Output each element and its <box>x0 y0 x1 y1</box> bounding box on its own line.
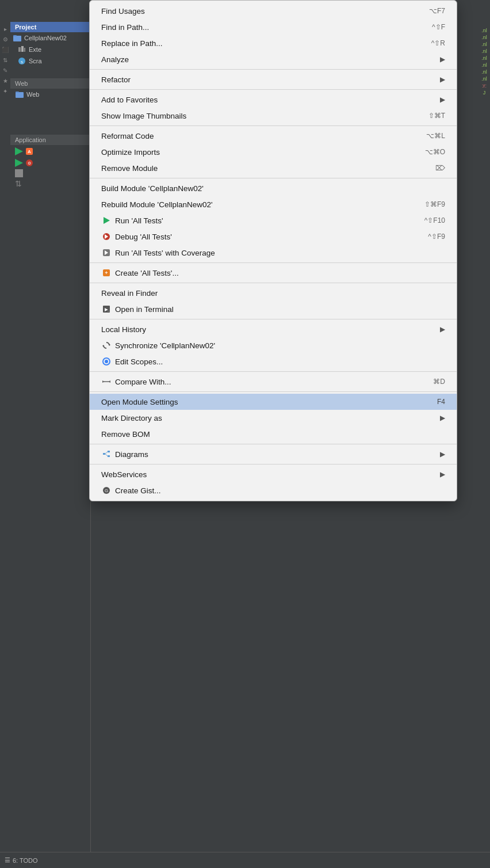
edit-scopes-label: Edit Scopes... <box>115 357 445 366</box>
web-header: Web <box>10 78 90 89</box>
run-config-item[interactable]: A <box>10 145 90 158</box>
svg-line-32 <box>105 452 108 454</box>
create-gist-label: Create Gist... <box>115 486 445 495</box>
menu-item-mark-directory[interactable]: Mark Directory as ▶ <box>90 410 457 426</box>
menu-item-debug-tests[interactable]: Debug 'All Tests' ^⇧F9 <box>90 229 457 245</box>
tool-btn-4[interactable]: ⇅ <box>1 55 10 64</box>
svg-rect-3 <box>21 46 24 52</box>
menu-item-open-module-settings[interactable]: Open Module Settings F4 <box>90 394 457 410</box>
menu-item-find-usages[interactable]: Find Usages ⌥F7 <box>90 3 457 19</box>
mark-directory-label: Mark Directory as <box>101 414 435 422</box>
right-label-8: .nl <box>481 76 487 82</box>
menu-item-reveal-finder[interactable]: Reveal in Finder <box>90 285 457 301</box>
svg-rect-8 <box>16 92 19 93</box>
local-history-label: Local History <box>101 325 435 334</box>
tool-buttons: ▸ ⚙ ⬛ ⇅ ✎ ★ ✦ <box>0 22 10 852</box>
tool-btn-7[interactable]: ✦ <box>1 86 10 96</box>
optimize-imports-label: Optimize Imports <box>101 148 414 157</box>
menu-item-run-tests[interactable]: Run 'All Tests' ^⇧F10 <box>90 212 457 229</box>
menu-item-local-history[interactable]: Local History ▶ <box>90 321 457 337</box>
menu-item-refactor[interactable]: Refactor ▶ <box>90 71 457 87</box>
menu-item-create-gist[interactable]: G Create Gist... <box>90 482 457 498</box>
menu-item-build-module[interactable]: Build Module 'CellplanNew02' <box>90 180 457 196</box>
reformat-code-shortcut: ⌥⌘L <box>426 132 445 140</box>
menu-item-remove-bom[interactable]: Remove BOM <box>90 426 457 442</box>
add-favorites-arrow: ▶ <box>440 96 445 104</box>
menu-item-add-favorites[interactable]: Add to Favorites ▶ <box>90 92 457 108</box>
transfer-item[interactable]: ⇅ <box>10 178 90 189</box>
run-tests-shortcut: ^⇧F10 <box>424 216 445 224</box>
svg-rect-30 <box>108 451 110 452</box>
separator-4 <box>90 178 457 178</box>
app-section: Application A ⚙ ⇅ <box>10 135 90 189</box>
todo-label: 6: TODO <box>13 857 38 864</box>
tool-btn-1[interactable]: ▸ <box>1 24 10 33</box>
open-module-settings-label: Open Module Settings <box>101 398 426 406</box>
transfer-icon: ⇅ <box>15 180 23 188</box>
compare-icon <box>101 376 112 387</box>
menu-item-reformat-code[interactable]: Reformat Code ⌥⌘L <box>90 128 457 144</box>
right-label-1: .nl <box>481 28 487 33</box>
debug-run-item[interactable]: ⚙ <box>10 158 90 168</box>
diagrams-icon <box>101 449 112 459</box>
menu-item-webservices[interactable]: WebServices ▶ <box>90 466 457 482</box>
menu-item-optimize-imports[interactable]: Optimize Imports ⌥⌘O <box>90 144 457 160</box>
menu-item-create-all-tests[interactable]: + Create 'All Tests'... <box>90 265 457 281</box>
project-item-external[interactable]: Exte <box>10 44 90 55</box>
web-item[interactable]: Web <box>10 89 90 100</box>
menu-item-diagrams[interactable]: Diagrams ▶ <box>90 446 457 462</box>
menu-item-remove-module[interactable]: Remove Module ⌦ <box>90 160 457 176</box>
tool-btn-6[interactable]: ★ <box>1 76 10 85</box>
svg-marker-28 <box>108 380 110 383</box>
scratch-label: Scra <box>29 58 42 64</box>
find-in-path-shortcut: ^⇧F <box>432 23 445 31</box>
menu-item-rebuild-module[interactable]: Rebuild Module 'CellplanNew02' ⇧⌘F9 <box>90 196 457 212</box>
external-libs-icon <box>17 45 26 54</box>
todo-item[interactable]: ☰ 6: TODO <box>5 856 38 864</box>
menu-item-run-coverage[interactable]: Run 'All Tests' with Coverage <box>90 245 457 261</box>
menu-item-open-terminal[interactable]: ▶_ Open in Terminal <box>90 301 457 317</box>
web-section: Web Web <box>10 78 90 100</box>
replace-in-path-shortcut: ^⇧R <box>431 39 445 47</box>
debug-tests-icon <box>101 231 112 242</box>
app-icon: A <box>25 147 33 155</box>
bottom-bar: ☰ 6: TODO <box>0 852 490 868</box>
project-item-root[interactable]: CellplanNew02 <box>10 32 90 44</box>
tool-btn-5[interactable]: ✎ <box>1 66 10 75</box>
remove-module-label: Remove Module <box>101 164 424 173</box>
open-terminal-label: Open in Terminal <box>115 305 445 314</box>
terminal-icon: ▶_ <box>101 304 112 314</box>
right-label-cr: :r: <box>482 83 487 89</box>
analyze-arrow: ▶ <box>440 55 445 63</box>
scratch-icon: s <box>17 56 26 66</box>
svg-rect-31 <box>108 455 110 457</box>
stop-item[interactable] <box>10 168 90 178</box>
menu-item-compare-with[interactable]: Compare With... ⌘D <box>90 374 457 390</box>
sync-icon <box>101 340 112 351</box>
stop-icon <box>15 169 23 177</box>
web-item-label: Web <box>26 91 39 98</box>
separator-3 <box>90 125 457 126</box>
menu-item-synchronize[interactable]: Synchronize 'CellplanNew02' <box>90 337 457 353</box>
refactor-arrow: ▶ <box>440 75 445 83</box>
menu-item-show-thumbnails[interactable]: Show Image Thumbnails ⇧⌘T <box>90 108 457 124</box>
todo-icon: ☰ <box>5 856 10 864</box>
project-item-scratch[interactable]: s Scra <box>10 55 90 67</box>
right-label-4: .nl <box>481 48 487 54</box>
right-label-3: .nl <box>481 41 487 47</box>
menu-item-replace-in-path[interactable]: Replace in Path... ^⇧R <box>90 35 457 51</box>
menu-item-analyze[interactable]: Analyze ▶ <box>90 51 457 67</box>
right-label-6: .nl <box>481 62 487 68</box>
menu-item-edit-scopes[interactable]: Edit Scopes... <box>90 353 457 370</box>
menu-item-find-in-path[interactable]: Find in Path... ^⇧F <box>90 19 457 35</box>
tool-btn-3[interactable]: ⬛ <box>1 45 10 54</box>
svg-rect-2 <box>18 47 21 52</box>
tool-btn-2[interactable]: ⚙ <box>1 35 10 44</box>
svg-rect-0 <box>13 36 21 41</box>
right-edge: .nl .nl .nl .nl .nl .nl .nl .nl :r: J <box>478 22 490 868</box>
separator-2 <box>90 89 457 90</box>
separator-7 <box>90 319 457 319</box>
separator-8 <box>90 371 457 372</box>
svg-text:A: A <box>28 149 31 154</box>
svg-text:G: G <box>105 488 108 493</box>
